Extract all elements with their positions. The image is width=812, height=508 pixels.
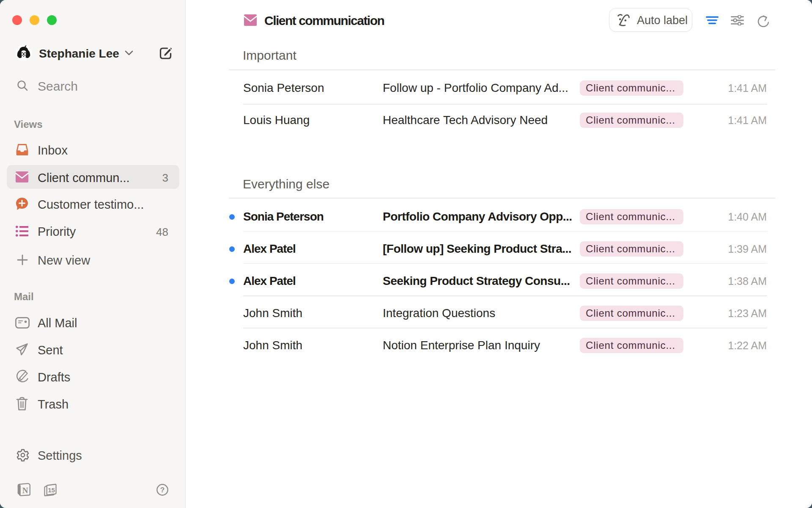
svg-text:15: 15 (48, 486, 55, 494)
svg-text:N: N (22, 486, 28, 495)
svg-text:?: ? (160, 486, 165, 494)
